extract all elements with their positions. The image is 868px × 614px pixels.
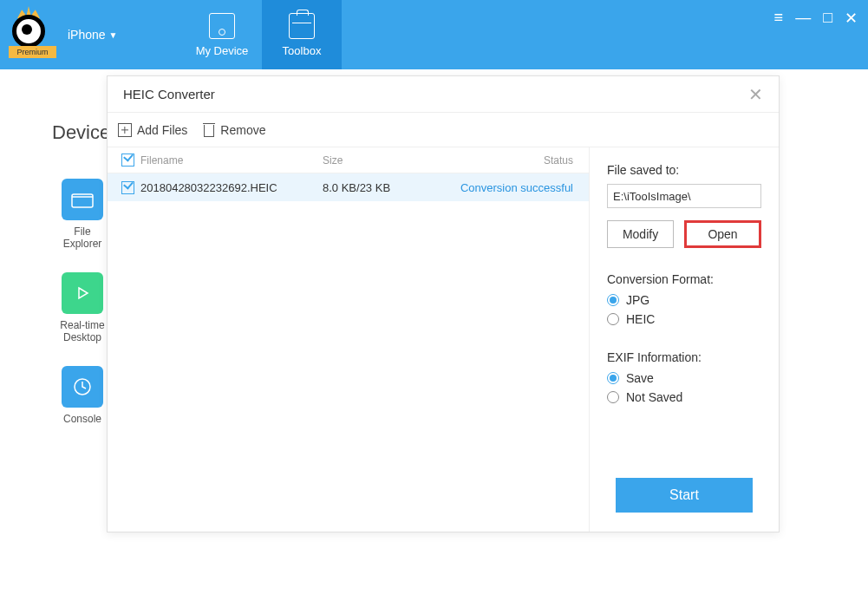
col-size[interactable]: Size — [323, 154, 435, 167]
plus-icon — [118, 123, 132, 137]
tab-label: My Device — [196, 44, 249, 57]
format-label: Conversion Format: — [607, 272, 761, 286]
add-files-button[interactable]: Add Files — [118, 123, 187, 137]
heic-converter-dialog: HEIC Converter ✕ Add Files Remove Filena… — [107, 75, 780, 532]
premium-badge: Premium — [9, 46, 56, 58]
console-icon — [62, 366, 103, 408]
options-pane: File saved to: Modify Open Conversion Fo… — [590, 147, 779, 532]
tab-label: Toolbox — [283, 44, 322, 57]
device-selector[interactable]: iPhone ▼ — [68, 28, 118, 42]
radio-icon — [607, 313, 619, 325]
maximize-icon[interactable]: □ — [823, 9, 832, 28]
exif-save-radio[interactable]: Save — [607, 371, 761, 385]
app-logo: Premium — [9, 13, 52, 56]
minimize-icon[interactable]: — — [795, 9, 811, 28]
tile-realtime-desktop[interactable]: Real-time Desktop — [52, 272, 113, 343]
format-jpg-radio[interactable]: JPG — [607, 293, 761, 307]
radio-icon — [607, 391, 619, 403]
open-button-highlight: Open — [684, 220, 761, 248]
exif-label: EXIF Information: — [607, 350, 761, 364]
logo-area: Premium iPhone ▼ — [0, 0, 182, 69]
eye-icon — [12, 15, 45, 48]
tab-my-device[interactable]: My Device — [182, 0, 262, 69]
path-buttons: Modify Open — [607, 220, 761, 248]
button-label: Remove — [220, 123, 265, 137]
tile-label: File Explorer — [63, 225, 102, 250]
dialog-body: Filename Size Status 20180428032232692.H… — [108, 147, 779, 532]
col-status[interactable]: Status — [435, 154, 582, 167]
device-label: iPhone — [68, 28, 106, 42]
radio-icon — [607, 294, 619, 306]
exif-notsaved-radio[interactable]: Not Saved — [607, 390, 761, 404]
device-icon — [209, 13, 235, 39]
folder-icon — [62, 179, 103, 220]
radio-label: Save — [626, 371, 654, 385]
saved-to-label: File saved to: — [607, 163, 761, 177]
open-button[interactable]: Open — [708, 227, 737, 241]
button-label: Add Files — [137, 123, 187, 137]
tile-console[interactable]: Console — [52, 366, 113, 425]
select-all-checkbox[interactable] — [121, 154, 134, 167]
radio-icon — [607, 372, 619, 384]
col-filename[interactable]: Filename — [140, 154, 323, 167]
close-icon[interactable]: ✕ — [845, 9, 858, 28]
radio-label: JPG — [626, 293, 649, 307]
tile-label: Real-time Desktop — [60, 319, 104, 343]
row-filename: 20180428032232692.HEIC — [140, 181, 323, 194]
play-icon — [62, 272, 103, 314]
close-icon[interactable]: ✕ — [748, 84, 763, 105]
dialog-toolbar: Add Files Remove — [108, 113, 779, 147]
radio-label: HEIC — [626, 312, 655, 326]
saved-to-input[interactable] — [607, 184, 761, 208]
menu-icon[interactable]: ≡ — [774, 9, 784, 28]
radio-label: Not Saved — [626, 390, 682, 404]
svg-marker-1 — [79, 288, 88, 298]
window-controls: ≡ — □ ✕ — [774, 9, 858, 28]
start-button[interactable]: Start — [616, 478, 753, 513]
trash-icon — [203, 123, 215, 137]
file-row[interactable]: 20180428032232692.HEIC 8.0 KB/23 KB Conv… — [108, 173, 589, 201]
file-list-header: Filename Size Status — [108, 147, 589, 173]
tile-label: Console — [63, 413, 101, 425]
row-size: 8.0 KB/23 KB — [323, 181, 435, 194]
tab-toolbox[interactable]: Toolbox — [262, 0, 342, 69]
format-heic-radio[interactable]: HEIC — [607, 312, 761, 326]
dialog-titlebar: HEIC Converter ✕ — [108, 76, 779, 113]
file-list-pane: Filename Size Status 20180428032232692.H… — [108, 147, 590, 532]
app-header: Premium iPhone ▼ My Device Toolbox ≡ — □… — [0, 0, 868, 69]
modify-button[interactable]: Modify — [607, 220, 674, 248]
row-status: Conversion successful — [435, 181, 582, 194]
dialog-title: HEIC Converter — [123, 87, 215, 101]
nav-tabs: My Device Toolbox — [182, 0, 342, 69]
toolbox-icon — [289, 13, 315, 39]
chevron-down-icon: ▼ — [109, 30, 118, 40]
row-checkbox[interactable] — [121, 181, 134, 194]
tile-file-explorer[interactable]: File Explorer — [52, 179, 113, 250]
remove-button[interactable]: Remove — [203, 123, 265, 137]
